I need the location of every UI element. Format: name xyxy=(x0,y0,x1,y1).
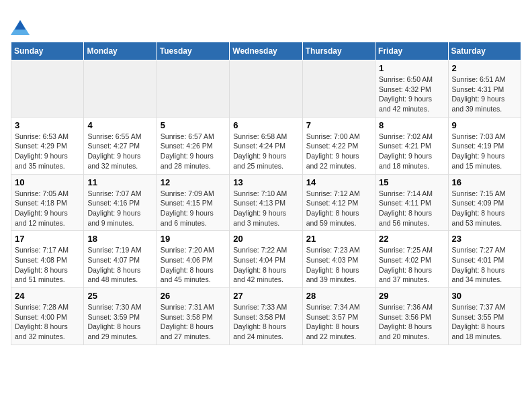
calendar-cell xyxy=(157,60,229,118)
calendar-cell: 5Sunrise: 6:57 AM Sunset: 4:26 PM Daylig… xyxy=(157,117,229,174)
calendar-cell: 6Sunrise: 6:58 AM Sunset: 4:24 PM Daylig… xyxy=(230,117,302,174)
day-number: 9 xyxy=(452,120,517,130)
calendar-cell xyxy=(230,60,302,118)
calendar-cell: 18Sunrise: 7:19 AM Sunset: 4:07 PM Dayli… xyxy=(84,231,157,288)
calendar-cell: 2Sunrise: 6:51 AM Sunset: 4:31 PM Daylig… xyxy=(448,60,521,118)
calendar: SundayMondayTuesdayWednesdayThursdayFrid… xyxy=(11,42,521,345)
calendar-cell: 14Sunrise: 7:12 AM Sunset: 4:12 PM Dayli… xyxy=(302,174,375,231)
weekday-header-wednesday: Wednesday xyxy=(230,42,302,60)
calendar-week-1: 1Sunrise: 6:50 AM Sunset: 4:32 PM Daylig… xyxy=(11,60,521,118)
calendar-cell xyxy=(11,60,84,118)
calendar-cell: 9Sunrise: 7:03 AM Sunset: 4:19 PM Daylig… xyxy=(448,117,521,174)
day-info: Sunrise: 7:28 AM Sunset: 4:00 PM Dayligh… xyxy=(15,302,80,342)
day-info: Sunrise: 7:15 AM Sunset: 4:09 PM Dayligh… xyxy=(452,189,517,228)
day-number: 17 xyxy=(15,234,80,244)
calendar-cell: 19Sunrise: 7:20 AM Sunset: 4:06 PM Dayli… xyxy=(157,231,229,288)
day-number: 22 xyxy=(379,234,444,244)
day-number: 24 xyxy=(15,291,80,301)
calendar-cell: 20Sunrise: 7:22 AM Sunset: 4:04 PM Dayli… xyxy=(230,231,302,288)
day-info: Sunrise: 7:36 AM Sunset: 3:56 PM Dayligh… xyxy=(379,302,444,342)
calendar-cell: 26Sunrise: 7:31 AM Sunset: 3:58 PM Dayli… xyxy=(157,288,229,345)
weekday-header-sunday: Sunday xyxy=(11,42,84,60)
day-info: Sunrise: 6:51 AM Sunset: 4:31 PM Dayligh… xyxy=(452,75,517,114)
calendar-cell: 3Sunrise: 6:53 AM Sunset: 4:29 PM Daylig… xyxy=(11,117,84,174)
day-number: 10 xyxy=(15,177,80,187)
calendar-cell xyxy=(302,60,375,118)
weekday-header-saturday: Saturday xyxy=(448,42,521,60)
calendar-cell: 25Sunrise: 7:30 AM Sunset: 3:59 PM Dayli… xyxy=(84,288,157,345)
day-info: Sunrise: 7:09 AM Sunset: 4:15 PM Dayligh… xyxy=(161,189,226,228)
day-number: 8 xyxy=(379,120,444,130)
day-info: Sunrise: 7:34 AM Sunset: 3:57 PM Dayligh… xyxy=(306,302,371,342)
day-info: Sunrise: 7:25 AM Sunset: 4:02 PM Dayligh… xyxy=(379,245,444,285)
day-number: 27 xyxy=(233,291,298,301)
calendar-cell: 29Sunrise: 7:36 AM Sunset: 3:56 PM Dayli… xyxy=(375,288,448,345)
calendar-cell: 1Sunrise: 6:50 AM Sunset: 4:32 PM Daylig… xyxy=(375,60,448,118)
weekday-row: SundayMondayTuesdayWednesdayThursdayFrid… xyxy=(11,42,521,60)
calendar-week-4: 17Sunrise: 7:17 AM Sunset: 4:08 PM Dayli… xyxy=(11,231,521,288)
day-info: Sunrise: 7:19 AM Sunset: 4:07 PM Dayligh… xyxy=(87,245,152,285)
calendar-cell: 28Sunrise: 7:34 AM Sunset: 3:57 PM Dayli… xyxy=(302,288,375,345)
calendar-week-5: 24Sunrise: 7:28 AM Sunset: 4:00 PM Dayli… xyxy=(11,288,521,345)
weekday-header-friday: Friday xyxy=(375,42,448,60)
calendar-cell: 4Sunrise: 6:55 AM Sunset: 4:27 PM Daylig… xyxy=(84,117,157,174)
day-number: 29 xyxy=(379,291,444,301)
calendar-cell: 10Sunrise: 7:05 AM Sunset: 4:18 PM Dayli… xyxy=(11,174,84,231)
weekday-header-thursday: Thursday xyxy=(302,42,375,60)
calendar-cell: 24Sunrise: 7:28 AM Sunset: 4:00 PM Dayli… xyxy=(11,288,84,345)
day-number: 12 xyxy=(161,177,226,187)
calendar-body: 1Sunrise: 6:50 AM Sunset: 4:32 PM Daylig… xyxy=(11,60,521,345)
calendar-cell: 13Sunrise: 7:10 AM Sunset: 4:13 PM Dayli… xyxy=(230,174,302,231)
calendar-cell: 16Sunrise: 7:15 AM Sunset: 4:09 PM Dayli… xyxy=(448,174,521,231)
day-info: Sunrise: 7:23 AM Sunset: 4:03 PM Dayligh… xyxy=(306,245,371,285)
calendar-cell: 27Sunrise: 7:33 AM Sunset: 3:58 PM Dayli… xyxy=(230,288,302,345)
calendar-cell: 22Sunrise: 7:25 AM Sunset: 4:02 PM Dayli… xyxy=(375,231,448,288)
day-number: 1 xyxy=(379,63,444,73)
day-number: 20 xyxy=(233,234,298,244)
day-info: Sunrise: 6:57 AM Sunset: 4:26 PM Dayligh… xyxy=(161,132,226,171)
day-number: 6 xyxy=(233,120,298,130)
day-info: Sunrise: 7:31 AM Sunset: 3:58 PM Dayligh… xyxy=(161,302,226,342)
day-number: 18 xyxy=(87,234,152,244)
day-info: Sunrise: 7:33 AM Sunset: 3:58 PM Dayligh… xyxy=(233,302,298,342)
day-number: 30 xyxy=(452,291,517,301)
calendar-cell: 23Sunrise: 7:27 AM Sunset: 4:01 PM Dayli… xyxy=(448,231,521,288)
day-number: 19 xyxy=(161,234,226,244)
calendar-cell: 15Sunrise: 7:14 AM Sunset: 4:11 PM Dayli… xyxy=(375,174,448,231)
day-info: Sunrise: 7:05 AM Sunset: 4:18 PM Dayligh… xyxy=(15,189,80,228)
day-info: Sunrise: 7:12 AM Sunset: 4:12 PM Dayligh… xyxy=(306,189,371,228)
calendar-cell xyxy=(84,60,157,118)
logo-icon xyxy=(11,11,30,35)
day-info: Sunrise: 7:27 AM Sunset: 4:01 PM Dayligh… xyxy=(452,245,517,285)
day-info: Sunrise: 7:37 AM Sunset: 3:55 PM Dayligh… xyxy=(452,302,517,342)
calendar-cell: 17Sunrise: 7:17 AM Sunset: 4:08 PM Dayli… xyxy=(11,231,84,288)
calendar-week-3: 10Sunrise: 7:05 AM Sunset: 4:18 PM Dayli… xyxy=(11,174,521,231)
day-number: 21 xyxy=(306,234,371,244)
calendar-cell: 30Sunrise: 7:37 AM Sunset: 3:55 PM Dayli… xyxy=(448,288,521,345)
calendar-cell: 7Sunrise: 7:00 AM Sunset: 4:22 PM Daylig… xyxy=(302,117,375,174)
day-info: Sunrise: 7:22 AM Sunset: 4:04 PM Dayligh… xyxy=(233,245,298,285)
day-info: Sunrise: 6:58 AM Sunset: 4:24 PM Dayligh… xyxy=(233,132,298,171)
day-info: Sunrise: 7:07 AM Sunset: 4:16 PM Dayligh… xyxy=(87,189,152,228)
day-number: 11 xyxy=(87,177,152,187)
day-number: 5 xyxy=(161,120,226,130)
day-number: 26 xyxy=(161,291,226,301)
calendar-cell: 21Sunrise: 7:23 AM Sunset: 4:03 PM Dayli… xyxy=(302,231,375,288)
day-info: Sunrise: 7:20 AM Sunset: 4:06 PM Dayligh… xyxy=(161,245,226,285)
day-info: Sunrise: 6:50 AM Sunset: 4:32 PM Dayligh… xyxy=(379,75,444,114)
day-number: 2 xyxy=(452,63,517,73)
calendar-cell: 11Sunrise: 7:07 AM Sunset: 4:16 PM Dayli… xyxy=(84,174,157,231)
day-info: Sunrise: 7:02 AM Sunset: 4:21 PM Dayligh… xyxy=(379,132,444,171)
day-number: 23 xyxy=(452,234,517,244)
calendar-cell: 8Sunrise: 7:02 AM Sunset: 4:21 PM Daylig… xyxy=(375,117,448,174)
logo xyxy=(11,11,32,35)
day-number: 25 xyxy=(87,291,152,301)
day-info: Sunrise: 7:00 AM Sunset: 4:22 PM Dayligh… xyxy=(306,132,371,171)
day-info: Sunrise: 7:14 AM Sunset: 4:11 PM Dayligh… xyxy=(379,189,444,228)
calendar-header: SundayMondayTuesdayWednesdayThursdayFrid… xyxy=(11,42,521,60)
day-info: Sunrise: 7:10 AM Sunset: 4:13 PM Dayligh… xyxy=(233,189,298,228)
day-number: 28 xyxy=(306,291,371,301)
day-info: Sunrise: 7:30 AM Sunset: 3:59 PM Dayligh… xyxy=(87,302,152,342)
calendar-cell: 12Sunrise: 7:09 AM Sunset: 4:15 PM Dayli… xyxy=(157,174,229,231)
day-number: 13 xyxy=(233,177,298,187)
